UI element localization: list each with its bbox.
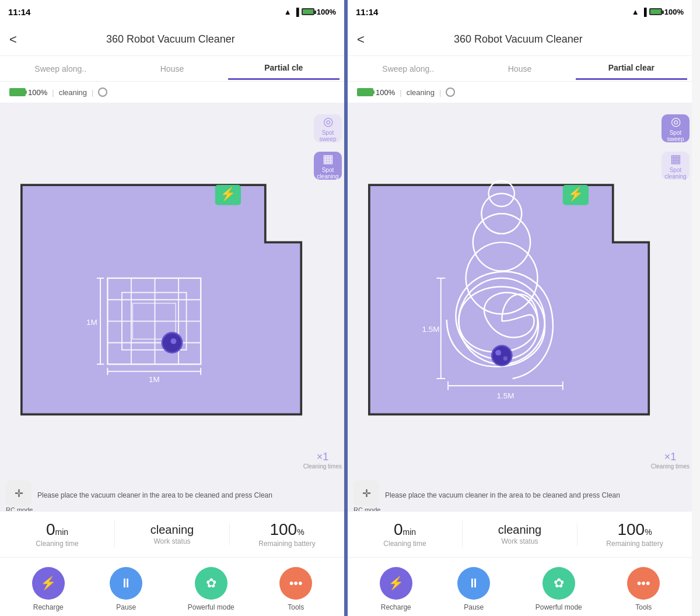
bat-percent-left: 100%: [28, 88, 47, 97]
sep1-left: |: [52, 88, 54, 97]
stat-cleaning-time-right: 0min Cleaning time: [348, 521, 463, 548]
tools-label-right: Tools: [635, 603, 652, 611]
stat-battery-right: 100% Remaining battery: [578, 521, 692, 548]
times-label-right: Cleaning times: [651, 463, 690, 470]
powerful-circle-left: ✿: [195, 567, 228, 600]
clock-icon-left: [98, 88, 107, 97]
signal-icon-right: ▐: [642, 8, 647, 16]
svg-text:1.5M: 1.5M: [496, 391, 514, 400]
battery-icon-right: [649, 8, 662, 15]
cleaning-status-right: cleaning: [407, 88, 435, 97]
pause-circle-left: ⏸: [110, 567, 142, 600]
svg-text:⚡: ⚡: [220, 186, 236, 202]
status-icons-right: ▲ ▐ 100%: [632, 8, 684, 16]
powerful-btn-right[interactable]: ✿ Powerful mode: [536, 567, 582, 611]
powerful-btn-left[interactable]: ✿ Powerful mode: [188, 567, 235, 611]
battery-row-right: 100% | cleaning |: [348, 82, 692, 103]
spot-cleaning-btn-right[interactable]: ▦ Spot cleaning: [662, 152, 690, 180]
right-panel: 11:14 ▲ ▐ 100% < 360 Robot Vacuum Cleane…: [348, 0, 692, 616]
map-svg-right: ⚡ 1.5M 1.5M: [348, 103, 692, 511]
tab-bar-right: Sweep along.. House Partial clear: [348, 56, 692, 82]
recharge-btn-left[interactable]: ⚡ Recharge: [32, 567, 65, 611]
stat-label-battery-right: Remaining battery: [606, 540, 663, 548]
sep1-right: |: [400, 88, 401, 97]
pause-icon-right: ⏸: [467, 576, 480, 591]
tab-partial-left[interactable]: Partial cle: [228, 57, 340, 80]
tab-sweep-along-right[interactable]: Sweep along..: [352, 58, 464, 79]
spot-sweep-label-left: Spot sweep: [314, 130, 342, 142]
times-label-left: Cleaning times: [303, 463, 342, 470]
side-controls-left: ◎ Spot sweep ▦ Spot cleaning: [314, 114, 342, 180]
battery-row-left: 100% | cleaning |: [0, 82, 344, 103]
back-button-right[interactable]: <: [357, 32, 365, 47]
tab-house-left[interactable]: House: [116, 58, 228, 79]
spot-cleaning-icon-left: ▦: [323, 152, 334, 166]
spot-sweep-btn-right[interactable]: ◎ Spot sweep: [662, 114, 690, 142]
status-bar-right: 11:14 ▲ ▐ 100%: [348, 0, 692, 23]
recharge-btn-right[interactable]: ⚡ Recharge: [380, 567, 412, 611]
stat-cleaning-time-left: 0min Cleaning time: [0, 521, 115, 548]
stats-row-right: 0min Cleaning time cleaning Work status …: [348, 511, 692, 558]
stat-value-work-right: cleaning: [498, 523, 542, 536]
spot-sweep-icon-left: ◎: [323, 114, 333, 128]
powerful-circle-right: ✿: [542, 567, 575, 600]
spot-sweep-label-right: Spot sweep: [662, 130, 690, 142]
svg-text:1M: 1M: [149, 375, 160, 384]
tab-sweep-along-left[interactable]: Sweep along..: [5, 58, 116, 79]
tools-btn-right[interactable]: ••• Tools: [627, 567, 660, 611]
recharge-label-left: Recharge: [33, 603, 64, 611]
powerful-label-left: Powerful mode: [188, 603, 235, 611]
map-svg-left: ⚡ 1M 1M: [0, 103, 344, 511]
stat-battery-left: 100% Remaining battery: [230, 521, 344, 548]
battery-icon-left: [302, 8, 314, 15]
left-panel: 11:14 ▲ ▐ 100% < 360 Robot Vacuum Cleane…: [0, 0, 344, 616]
tools-label-left: Tools: [288, 603, 304, 611]
powerful-label-right: Powerful mode: [536, 603, 582, 611]
battery-percent-left: 100%: [317, 8, 336, 16]
svg-point-21: [171, 338, 177, 344]
bat-percent-right: 100%: [376, 88, 395, 97]
pause-btn-right[interactable]: ⏸ Pause: [457, 567, 490, 611]
cleaning-times-badge-right[interactable]: ×1 Cleaning times: [651, 451, 690, 470]
recharge-circle-right: ⚡: [380, 567, 412, 600]
rc-mode-label-right: RC mode: [354, 506, 380, 511]
pause-label-left: Pause: [116, 603, 136, 611]
spot-cleaning-btn-left[interactable]: ▦ Spot cleaning: [314, 152, 342, 180]
tab-bar-left: Sweep along.. House Partial cle: [0, 56, 344, 82]
tools-icon-left: •••: [289, 576, 303, 591]
tab-partial-right[interactable]: Partial clear: [576, 57, 687, 80]
rc-mode-btn-right[interactable]: ✛: [354, 481, 379, 506]
nav-title-left: 360 Robot Vacuum Cleaner: [24, 33, 317, 46]
tab-house-right[interactable]: House: [464, 58, 575, 79]
map-area-right[interactable]: ⚡ 1.5M 1.5M: [348, 103, 692, 511]
wifi-icon-right: ▲: [632, 8, 639, 16]
recharge-circle-left: ⚡: [32, 567, 65, 600]
stat-value-battery-right: 100%: [617, 521, 652, 539]
powerful-icon-left: ✿: [206, 576, 216, 591]
status-bar-left: 11:14 ▲ ▐ 100%: [0, 0, 344, 23]
cleaning-times-badge-left[interactable]: ×1 Cleaning times: [303, 451, 342, 470]
spot-sweep-btn-left[interactable]: ◎ Spot sweep: [314, 114, 342, 142]
times-value-left: ×1: [317, 451, 329, 463]
tools-btn-left[interactable]: ••• Tools: [279, 567, 312, 611]
pause-btn-left[interactable]: ⏸ Pause: [110, 567, 142, 611]
map-area-left[interactable]: ⚡ 1M 1M: [0, 103, 344, 511]
rc-mode-label-left: RC mode: [6, 506, 33, 511]
stat-label-work-left: Work status: [153, 537, 190, 545]
side-controls-right: ◎ Spot sweep ▦ Spot cleaning: [662, 114, 690, 180]
wifi-icon: ▲: [284, 8, 292, 16]
svg-text:⚡: ⚡: [568, 186, 584, 202]
back-button-left[interactable]: <: [9, 32, 17, 47]
clock-icon-right: [446, 88, 455, 97]
sep2-right: |: [439, 88, 441, 97]
rc-mode-btn-left[interactable]: ✛: [6, 481, 32, 506]
action-row-left: ⚡ Recharge ⏸ Pause ✿ Powerful mode ••• T…: [0, 558, 344, 616]
stats-row-left: 0min Cleaning time cleaning Work status …: [0, 511, 344, 558]
battery-percent-right: 100%: [664, 8, 684, 16]
nav-title-right: 360 Robot Vacuum Cleaner: [372, 33, 665, 46]
powerful-icon-right: ✿: [554, 576, 564, 591]
bat-icon-right: [357, 88, 373, 96]
times-value-right: ×1: [664, 451, 677, 463]
top-nav-right: < 360 Robot Vacuum Cleaner: [348, 23, 692, 56]
svg-text:1.5M: 1.5M: [422, 325, 440, 334]
